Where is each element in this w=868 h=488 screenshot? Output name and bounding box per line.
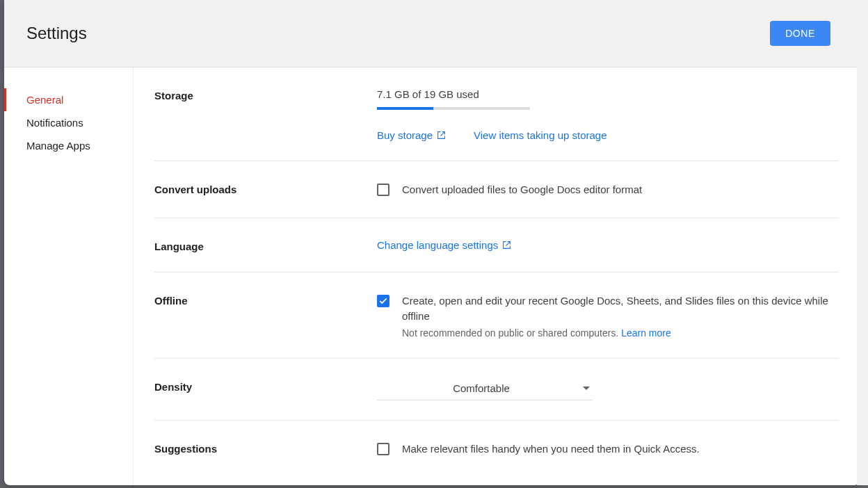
sidebar-item-manage-apps[interactable]: Manage Apps <box>4 134 133 157</box>
storage-bar-fill <box>377 107 433 110</box>
view-items-link[interactable]: View items taking up storage <box>474 129 607 141</box>
chevron-down-icon <box>583 387 590 390</box>
storage-usage-text: 7.1 GB of 19 GB used <box>377 88 839 100</box>
section-density: Density Comfortable <box>154 359 839 421</box>
offline-checkbox[interactable] <box>377 295 389 307</box>
scrollbar[interactable] <box>857 0 868 485</box>
convert-uploads-checkbox[interactable] <box>377 184 389 196</box>
section-convert-uploads: Convert uploads Convert uploaded files t… <box>154 161 839 218</box>
section-language: Language Change language settings <box>154 218 839 273</box>
convert-uploads-text: Convert uploaded files to Google Docs ed… <box>402 182 642 198</box>
dialog-header: Settings DONE <box>4 0 860 67</box>
buy-storage-link[interactable]: Buy storage <box>377 129 446 141</box>
buy-storage-label: Buy storage <box>377 129 433 141</box>
suggestions-text: Make relevant files handy when you need … <box>402 441 700 457</box>
external-link-icon <box>502 241 511 250</box>
density-label: Density <box>154 380 377 400</box>
check-icon <box>378 296 388 306</box>
offline-learn-more-link[interactable]: Learn more <box>621 327 671 339</box>
offline-note: Not recommended on public or shared comp… <box>402 327 839 339</box>
density-select[interactable]: Comfortable <box>377 380 593 400</box>
dialog-content: General Notifications Manage Apps Storag… <box>4 67 860 485</box>
done-button[interactable]: DONE <box>770 21 830 46</box>
change-language-label: Change language settings <box>377 239 498 251</box>
sidebar: General Notifications Manage Apps <box>4 67 134 485</box>
external-link-icon <box>437 131 446 140</box>
page-title: Settings <box>26 24 87 43</box>
view-items-label: View items taking up storage <box>474 129 607 141</box>
section-suggestions: Suggestions Make relevant files handy wh… <box>154 421 839 464</box>
density-value: Comfortable <box>380 382 583 394</box>
section-storage: Storage 7.1 GB of 19 GB used Buy storage… <box>154 67 839 161</box>
language-label: Language <box>154 239 377 252</box>
offline-label: Offline <box>154 293 377 339</box>
suggestions-checkbox[interactable] <box>377 443 389 455</box>
offline-text: Create, open and edit your recent Google… <box>402 293 839 325</box>
settings-dialog: Settings DONE General Notifications Mana… <box>4 0 860 485</box>
settings-main: Storage 7.1 GB of 19 GB used Buy storage… <box>134 67 860 485</box>
sidebar-item-notifications[interactable]: Notifications <box>4 111 133 134</box>
section-offline: Offline Create, open and edit your recen… <box>154 273 839 359</box>
change-language-link[interactable]: Change language settings <box>377 239 511 251</box>
storage-bar <box>377 107 530 110</box>
suggestions-label: Suggestions <box>154 441 377 457</box>
convert-label: Convert uploads <box>154 182 377 198</box>
sidebar-item-general[interactable]: General <box>4 88 133 111</box>
storage-label: Storage <box>154 88 377 141</box>
